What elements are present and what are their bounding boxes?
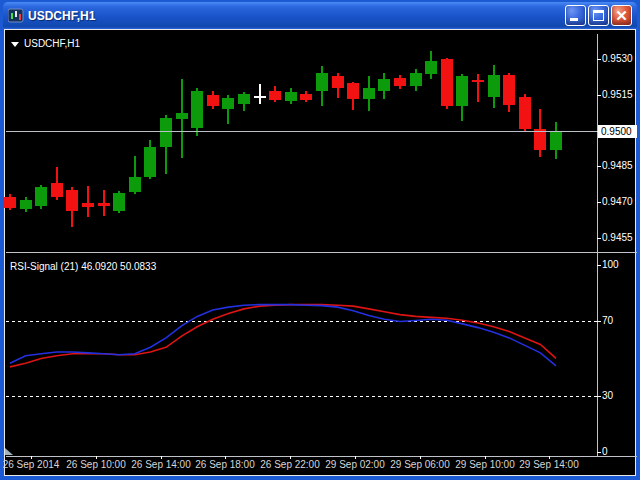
candle-wick [56,167,58,200]
candle-wick [181,79,183,158]
candle-body [285,92,297,101]
current-price-tag: 0.9500 [598,125,637,138]
title-bar[interactable]: USDCHF,H1 ✕ [3,2,637,29]
indicator-label: RSI-Signal (21) 46.0920 50.0833 [10,261,156,272]
candle-body [347,83,359,99]
candle-wick [259,84,261,104]
indicator-panel[interactable] [6,253,597,456]
candle-wick [243,92,245,111]
candle-wick [134,156,136,194]
candle-wick [446,58,448,109]
candle-body [425,61,437,74]
candle-wick [118,191,120,213]
candle-body [160,118,172,147]
rsi-tick [597,396,601,397]
candle-body [254,96,266,98]
candle-body [550,131,562,150]
candle-body [503,75,515,105]
main-chart-panel[interactable] [6,34,597,252]
candle-wick [227,95,229,124]
time-axis-label: 26 Sep 14:00 [131,459,191,471]
time-tick [485,456,486,459]
candle-body [519,97,531,129]
time-axis-label: 29 Sep 14:00 [519,459,579,471]
price-tick [597,202,601,203]
candle-body [191,91,203,128]
time-tick [355,456,356,459]
chart-symbol-label: USDCHF,H1 [11,38,80,49]
time-axis-label: 26 Sep 2014 [3,459,60,471]
candle-body [316,73,328,91]
bid-price-line [6,131,597,132]
chart-layer: USDCHF,H1 RSI-Signal (21) 46.0920 50.083… [1,1,640,480]
maximize-button[interactable] [588,5,609,26]
window-controls: ✕ [565,5,632,26]
maximize-icon [593,10,604,21]
price-tick [597,131,601,132]
candle-body [300,94,312,100]
rsi-axis-label: 30 [602,390,613,402]
candle-wick [508,73,510,112]
candle-body [176,113,188,119]
close-icon: ✕ [612,6,631,25]
symbol-arrow-icon [11,42,19,47]
price-tick [597,166,601,167]
candle-wick [415,69,417,91]
candle-body [410,73,422,86]
candle-wick [274,86,276,102]
candle-body [207,95,219,106]
time-tick [96,456,97,459]
candle-wick [290,88,292,104]
time-tick [225,456,226,459]
minimize-button[interactable] [565,5,586,26]
candle-body [238,94,250,104]
chart-app-icon [8,8,24,24]
candle-wick [337,73,339,98]
candle-body [98,203,110,206]
candle-wick [430,51,432,79]
price-tick [597,95,601,96]
rsi-tick [597,265,601,266]
rsi-level-line [6,321,597,322]
rsi-axis-label: 70 [602,315,613,327]
indicator-separator[interactable] [6,252,637,253]
chart-client-area[interactable]: USDCHF,H1 RSI-Signal (21) 46.0920 50.083… [4,29,636,476]
candle-wick [212,91,214,109]
candle-wick [461,74,463,121]
candle-wick [477,74,479,102]
chart-window: USDCHF,H1 ✕ USDCHF,H1 RSI-Signal (21) 46… [0,0,640,480]
candle-body [82,203,94,207]
minimize-icon [570,18,578,21]
time-axis-line [6,456,637,457]
price-axis-label: 0.9455 [602,232,633,244]
candle-wick [383,73,385,99]
candle-body [51,183,63,197]
candle-wick [196,88,198,136]
candle-wick [399,75,401,89]
candle-body [269,91,281,100]
price-axis-label: 0.9530 [602,53,633,65]
candle-wick [40,185,42,209]
time-axis-label: 29 Sep 10:00 [455,459,515,471]
candle-body [113,193,125,211]
candle-body [332,76,344,88]
candle-wick [368,76,370,111]
time-axis-label: 26 Sep 18:00 [195,459,255,471]
candle-wick [71,187,73,227]
rsi-lines [1,1,640,480]
time-tick [31,456,32,459]
close-button[interactable]: ✕ [611,5,632,26]
candle-wick [149,140,151,179]
candle-body [222,98,234,109]
rsi-line [10,305,556,366]
rsi-axis-label: 0 [602,446,608,458]
candle-body [35,187,47,206]
time-tick [549,456,550,459]
candle-wick [305,91,307,102]
candle-wick [321,66,323,106]
candle-wick [524,94,526,132]
price-tick [597,59,601,60]
time-tick [161,456,162,459]
candle-body [456,76,468,106]
time-axis-label: 26 Sep 22:00 [260,459,320,471]
